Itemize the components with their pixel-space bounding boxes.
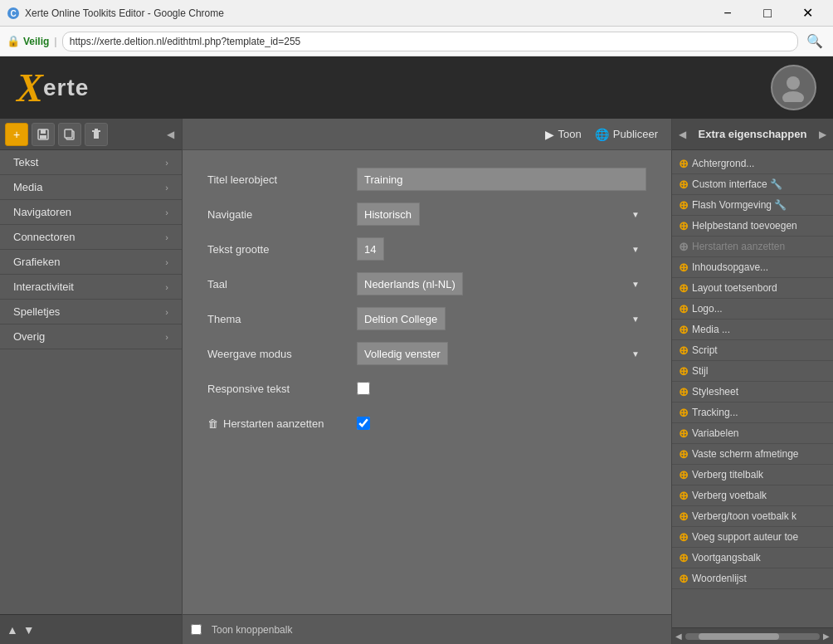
nav-down-button[interactable]: ▼ [23,623,35,637]
menu-item-grafieken-label: Grafieken [13,256,60,268]
right-item-verberg-titelbalk[interactable]: ⊕ Verberg titelbalk [672,465,833,485]
right-item-variabelen[interactable]: ⊕ Variabelen [672,423,833,444]
svg-rect-8 [65,129,72,138]
select-weergave[interactable]: Volledig venster [357,342,448,365]
menu-item-media[interactable]: Media › [0,175,182,200]
plus-icon: ⊕ [679,510,689,523]
right-panel-collapse-left[interactable]: ◀ [679,129,686,140]
scroll-left-button[interactable]: ◀ [675,632,682,641]
menu-item-navigatoren-label: Navigatoren [13,206,71,218]
right-item-label: Verberg voetbalk [692,490,767,501]
right-item-stylesheet[interactable]: ⊕ Stylesheet [672,382,833,402]
label-taal: Taal [207,278,357,290]
right-item-voortgangsbalk[interactable]: ⊕ Voortgangsbalk [672,548,833,568]
menu-item-overig-label: Overig [13,330,45,343]
right-item-verberg-toon[interactable]: ⊕ Verberg/toon voetbalk k [672,506,833,527]
menu-item-connectoren[interactable]: Connectoren › [0,225,182,250]
nav-up-button[interactable]: ▲ [7,623,18,637]
right-item-label: Layout toetsenbord [692,282,777,294]
publiceer-button[interactable]: 🌐 Publiceer [595,128,658,141]
right-item-layout[interactable]: ⊕ Layout toetsenbord [672,278,833,299]
copy-button[interactable] [58,123,81,146]
menu-container: Tekst › Media › Navigatoren › Connectore… [0,150,182,614]
select-taal[interactable]: Nederlands (nl-NL) [357,272,463,295]
form-row-responsive: Responsive tekst [207,376,646,401]
menu-item-navigatoren[interactable]: Navigatoren › [0,200,182,225]
right-toolbar: ◀ Extra eigenschappen ▶ [672,119,833,150]
right-item-vaste-scherm[interactable]: ⊕ Vaste scherm afmetinge [672,444,833,465]
user-avatar[interactable] [771,65,816,110]
right-item-custom-interface[interactable]: ⊕ Custom interface 🔧 [672,174,833,195]
right-panel-list: ⊕ Achtergrond... ⊕ Custom interface 🔧 ⊕ … [672,150,833,627]
app-icon: C [7,7,20,20]
globe-icon: 🌐 [595,128,609,141]
show-toolbar-label: Toon knoppenbalk [212,624,292,636]
menu-item-grafieken[interactable]: Grafieken › [0,250,182,275]
right-item-tracking[interactable]: ⊕ Tracking... [672,402,833,423]
right-item-woordenlijst[interactable]: ⊕ Woordenlijst [672,568,833,589]
right-item-label: Verberg titelbalk [692,469,763,481]
menu-item-interactiviteit[interactable]: Interactiviteit › [0,275,182,300]
right-item-label: Logo... [692,303,723,315]
maximize-button[interactable]: □ [748,0,787,27]
lock-icon: 🔒 [7,35,20,47]
menu-item-overig[interactable]: Overig › [0,324,182,349]
right-item-herstarten: ⊕ Herstarten aanzetten [672,237,833,257]
plus-icon: ⊕ [679,427,689,440]
form-row-taal: Taal Nederlands (nl-NL) [207,271,646,296]
select-tekstgrootte[interactable]: 14 [357,237,384,261]
publiceer-label: Publiceer [613,128,658,140]
main-toolbar: ▶ Toon 🌐 Publiceer [183,119,671,150]
url-input[interactable] [62,32,798,51]
right-item-flash[interactable]: ⊕ Flash Vormgeving 🔧 [672,195,833,216]
plus-icon: ⊕ [679,261,689,274]
checkbox-responsive[interactable] [357,382,370,395]
right-item-logo[interactable]: ⊕ Logo... [672,299,833,320]
checkbox-herstarten[interactable] [357,417,370,430]
svg-point-3 [782,91,804,102]
right-item-helpbestand[interactable]: ⊕ Helpbestand toevoegen [672,216,833,237]
plus-icon: ⊕ [679,572,689,585]
input-titel[interactable] [357,168,646,191]
right-item-label: Tracking... [692,407,738,418]
delete-button[interactable] [85,123,108,146]
scrollbar-thumb[interactable] [699,633,779,640]
right-item-script[interactable]: ⊕ Script [672,340,833,361]
secure-indicator: 🔒 Veilig [7,35,49,47]
form-area: Titel leerobject Navigatie Historisch Te… [183,150,671,614]
menu-arrow: › [165,232,168,242]
right-item-voeg-support[interactable]: ⊕ Voeg support auteur toe [672,527,833,548]
right-item-label: Variabelen [692,427,738,439]
right-item-stijl[interactable]: ⊕ Stijl [672,361,833,382]
right-item-media[interactable]: ⊕ Media ... [672,320,833,340]
right-item-achtergrond[interactable]: ⊕ Achtergrond... [672,154,833,174]
add-button[interactable]: + [5,123,28,146]
close-button[interactable]: ✕ [788,0,826,27]
label-weergave: Weergave modus [207,348,357,360]
scroll-right-button[interactable]: ▶ [823,632,830,641]
show-toolbar-checkbox[interactable] [191,624,202,635]
left-panel-collapse[interactable]: ◀ [163,123,177,146]
search-button[interactable]: 🔍 [803,30,826,53]
plus-icon: ⊕ [679,157,689,170]
toon-button[interactable]: ▶ Toon [545,128,582,141]
minimize-button[interactable]: − [709,0,747,27]
select-thema[interactable]: Deltion College [357,307,446,330]
svg-rect-11 [95,129,98,130]
svg-rect-5 [41,129,46,134]
select-navigatie[interactable]: Historisch [357,202,420,226]
play-icon: ▶ [545,128,554,141]
plus-icon: ⊕ [679,302,689,315]
save-button[interactable] [32,123,55,146]
menu-item-tekst[interactable]: Tekst › [0,150,182,175]
select-wrapper-thema: Deltion College [357,307,646,330]
right-item-verberg-voetbalk[interactable]: ⊕ Verberg voetbalk [672,485,833,506]
right-item-inhoudsopgave[interactable]: ⊕ Inhoudsopgave... [672,257,833,278]
left-toolbar: + ◀ [0,119,182,150]
menu-item-spelletjes[interactable]: Spelletjes › [0,300,182,324]
menu-arrow: › [165,332,168,342]
right-panel-collapse-right[interactable]: ▶ [819,129,826,140]
logo-text: erte [43,75,89,101]
titlebar: C Xerte Online Toolkits Editor - Google … [0,0,833,27]
form-row-navigatie: Navigatie Historisch [207,202,646,227]
